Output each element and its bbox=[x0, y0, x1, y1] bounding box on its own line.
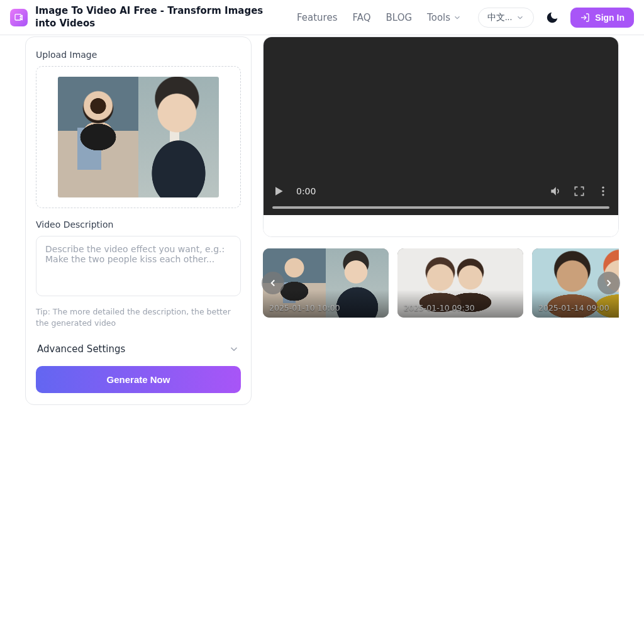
thumb-timestamp: 2025-01-14 09:00 bbox=[538, 303, 609, 313]
description-input[interactable] bbox=[36, 236, 241, 296]
svg-point-3 bbox=[602, 187, 604, 189]
svg-point-5 bbox=[602, 194, 604, 196]
chevron-left-icon bbox=[267, 277, 279, 289]
nav-tools[interactable]: Tools bbox=[427, 12, 462, 23]
chevron-down-icon bbox=[516, 13, 525, 22]
generate-button[interactable]: Generate Now bbox=[36, 366, 241, 393]
video-time: 0:00 bbox=[296, 186, 316, 196]
dark-mode-toggle[interactable] bbox=[545, 11, 559, 25]
right-column: 0:00 2025 bbox=[263, 36, 619, 405]
left-column: Upload Image Video Description Tip: The … bbox=[25, 36, 252, 405]
svg-rect-0 bbox=[15, 14, 21, 19]
player-card-padding bbox=[264, 215, 618, 236]
nav-faq[interactable]: FAQ bbox=[353, 12, 371, 23]
video-player-card: 0:00 bbox=[263, 36, 619, 237]
description-label: Video Description bbox=[36, 219, 241, 230]
app-logo bbox=[10, 9, 28, 26]
chevron-down-icon bbox=[228, 343, 240, 355]
more-vert-icon[interactable] bbox=[597, 185, 609, 197]
history-thumbnails: 2025-01-10 10:00 2025-01-10 09:30 2025-0… bbox=[263, 248, 619, 318]
uploaded-image-left bbox=[58, 77, 138, 197]
play-icon[interactable] bbox=[272, 185, 285, 197]
header-right: 中文... Sign In bbox=[478, 8, 634, 28]
uploaded-image bbox=[58, 77, 219, 197]
sign-in-label: Sign In bbox=[595, 13, 625, 23]
video-seekbar[interactable] bbox=[272, 206, 609, 209]
sign-in-icon bbox=[580, 13, 590, 23]
thumb-timestamp: 2025-01-10 10:00 bbox=[269, 303, 340, 313]
chevron-down-icon bbox=[453, 13, 462, 22]
main-area: Upload Image Video Description Tip: The … bbox=[0, 35, 644, 405]
language-label: 中文... bbox=[487, 12, 513, 23]
image-play-icon bbox=[14, 13, 24, 23]
fullscreen-icon[interactable] bbox=[573, 185, 586, 197]
video-player[interactable]: 0:00 bbox=[264, 37, 618, 215]
nav-blog[interactable]: BLOG bbox=[386, 12, 413, 23]
upload-label: Upload Image bbox=[36, 50, 241, 60]
main-nav: Features FAQ BLOG Tools bbox=[297, 12, 462, 23]
svg-marker-2 bbox=[275, 187, 283, 195]
thumbs-prev[interactable] bbox=[262, 272, 284, 294]
language-picker[interactable]: 中文... bbox=[478, 8, 535, 28]
volume-icon[interactable] bbox=[549, 185, 562, 197]
sign-in-button[interactable]: Sign In bbox=[570, 8, 634, 28]
chevron-right-icon bbox=[603, 277, 614, 289]
history-thumb[interactable]: 2025-01-10 09:30 bbox=[397, 248, 523, 318]
advanced-settings-label: Advanced Settings bbox=[37, 343, 125, 355]
config-card: Upload Image Video Description Tip: The … bbox=[25, 36, 252, 405]
uploaded-image-right bbox=[138, 77, 219, 197]
video-controls: 0:00 bbox=[264, 185, 618, 215]
svg-point-4 bbox=[602, 190, 604, 192]
nav-features[interactable]: Features bbox=[297, 12, 338, 23]
thumbs-next[interactable] bbox=[597, 272, 620, 294]
nav-tools-label: Tools bbox=[427, 12, 450, 23]
page-title: Image To Video AI Free - Transform Image… bbox=[35, 5, 287, 30]
upload-dropzone[interactable] bbox=[36, 66, 241, 208]
thumb-image bbox=[397, 248, 523, 318]
advanced-settings-toggle[interactable]: Advanced Settings bbox=[36, 340, 241, 357]
app-header: Image To Video AI Free - Transform Image… bbox=[0, 0, 644, 35]
thumb-timestamp: 2025-01-10 09:30 bbox=[404, 303, 475, 313]
description-tip: Tip: The more detailed the description, … bbox=[36, 306, 241, 328]
